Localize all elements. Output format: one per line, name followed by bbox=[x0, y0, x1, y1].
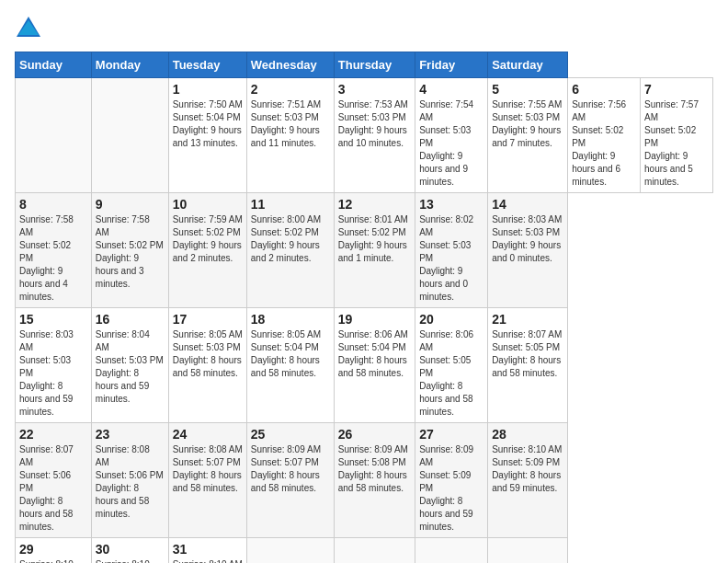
day-number: 15 bbox=[19, 312, 87, 327]
day-info: Sunrise: 8:08 AMSunset: 5:07 PMDaylight:… bbox=[173, 444, 243, 493]
day-info: Sunrise: 7:50 AMSunset: 5:04 PMDaylight:… bbox=[173, 99, 243, 148]
weekday-header-monday: Monday bbox=[91, 52, 168, 78]
page-header bbox=[15, 15, 713, 42]
calendar-cell: 17 Sunrise: 8:05 AMSunset: 5:03 PMDaylig… bbox=[168, 308, 246, 423]
calendar-cell: 29 Sunrise: 8:10 AMSunset: 5:10 PMDaylig… bbox=[16, 538, 92, 564]
day-number: 22 bbox=[19, 427, 87, 442]
calendar-cell: 20 Sunrise: 8:06 AMSunset: 5:05 PMDaylig… bbox=[415, 308, 488, 423]
calendar-cell: 23 Sunrise: 8:08 AMSunset: 5:06 PMDaylig… bbox=[91, 423, 168, 538]
calendar-cell: 21 Sunrise: 8:07 AMSunset: 5:05 PMDaylig… bbox=[488, 308, 568, 423]
calendar-cell: 13 Sunrise: 8:02 AMSunset: 5:03 PMDaylig… bbox=[415, 193, 488, 308]
weekday-header-wednesday: Wednesday bbox=[246, 52, 334, 78]
day-info: Sunrise: 8:10 AMSunset: 5:10 PMDaylight:… bbox=[19, 559, 74, 563]
weekday-header-friday: Friday bbox=[415, 52, 488, 78]
day-number: 5 bbox=[492, 82, 563, 97]
calendar-cell: 5 Sunrise: 7:55 AMSunset: 5:03 PMDayligh… bbox=[488, 78, 568, 193]
calendar-cell: 2 Sunrise: 7:51 AMSunset: 5:03 PMDayligh… bbox=[246, 78, 334, 193]
day-info: Sunrise: 8:03 AMSunset: 5:03 PMDaylight:… bbox=[19, 329, 74, 417]
calendar-cell: 22 Sunrise: 8:07 AMSunset: 5:06 PMDaylig… bbox=[16, 423, 92, 538]
weekday-header-tuesday: Tuesday bbox=[168, 52, 246, 78]
logo-icon bbox=[15, 15, 42, 42]
day-number: 11 bbox=[251, 197, 330, 212]
day-number: 13 bbox=[419, 197, 483, 212]
calendar-cell: 12 Sunrise: 8:01 AMSunset: 5:02 PMDaylig… bbox=[334, 193, 415, 308]
svg-marker-1 bbox=[18, 20, 39, 35]
day-info: Sunrise: 8:04 AMSunset: 5:03 PMDaylight:… bbox=[96, 329, 164, 404]
day-info: Sunrise: 8:05 AMSunset: 5:04 PMDaylight:… bbox=[251, 329, 321, 378]
day-number: 12 bbox=[338, 197, 411, 212]
calendar-cell: 26 Sunrise: 8:09 AMSunset: 5:08 PMDaylig… bbox=[334, 423, 415, 538]
calendar-cell: 31 Sunrise: 8:10 AMSunset: 5:12 PMDaylig… bbox=[168, 538, 246, 564]
day-number: 30 bbox=[96, 542, 165, 557]
day-number: 3 bbox=[338, 82, 411, 97]
calendar-cell: 28 Sunrise: 8:10 AMSunset: 5:09 PMDaylig… bbox=[488, 423, 568, 538]
day-number: 26 bbox=[338, 427, 411, 442]
day-number: 16 bbox=[96, 312, 165, 327]
calendar-cell: 14 Sunrise: 8:03 AMSunset: 5:03 PMDaylig… bbox=[488, 193, 568, 308]
calendar-cell: 10 Sunrise: 7:59 AMSunset: 5:02 PMDaylig… bbox=[168, 193, 246, 308]
day-info: Sunrise: 8:09 AMSunset: 5:08 PMDaylight:… bbox=[338, 444, 408, 493]
day-number: 24 bbox=[173, 427, 243, 442]
logo bbox=[15, 15, 46, 42]
day-info: Sunrise: 8:05 AMSunset: 5:03 PMDaylight:… bbox=[173, 329, 243, 378]
calendar-cell: 27 Sunrise: 8:09 AMSunset: 5:09 PMDaylig… bbox=[415, 423, 488, 538]
day-number: 21 bbox=[492, 312, 563, 327]
day-info: Sunrise: 8:01 AMSunset: 5:02 PMDaylight:… bbox=[338, 214, 408, 263]
day-number: 9 bbox=[96, 197, 165, 212]
day-info: Sunrise: 7:55 AMSunset: 5:03 PMDaylight:… bbox=[492, 99, 562, 148]
calendar-cell: 18 Sunrise: 8:05 AMSunset: 5:04 PMDaylig… bbox=[246, 308, 334, 423]
calendar-cell: 11 Sunrise: 8:00 AMSunset: 5:02 PMDaylig… bbox=[246, 193, 334, 308]
calendar-cell bbox=[91, 78, 168, 193]
day-number: 8 bbox=[19, 197, 87, 212]
day-info: Sunrise: 8:00 AMSunset: 5:02 PMDaylight:… bbox=[251, 214, 321, 263]
day-info: Sunrise: 8:09 AMSunset: 5:09 PMDaylight:… bbox=[419, 444, 473, 532]
day-number: 20 bbox=[419, 312, 483, 327]
calendar-cell bbox=[488, 538, 568, 564]
day-number: 18 bbox=[251, 312, 330, 327]
day-number: 17 bbox=[173, 312, 243, 327]
calendar-table: SundayMondayTuesdayWednesdayThursdayFrid… bbox=[15, 52, 713, 563]
calendar-cell: 30 Sunrise: 8:10 AMSunset: 5:11 PMDaylig… bbox=[91, 538, 168, 564]
day-number: 4 bbox=[419, 82, 483, 97]
weekday-header-sunday: Sunday bbox=[16, 52, 92, 78]
day-number: 28 bbox=[492, 427, 563, 442]
weekday-header-saturday: Saturday bbox=[488, 52, 568, 78]
calendar-cell: 15 Sunrise: 8:03 AMSunset: 5:03 PMDaylig… bbox=[16, 308, 92, 423]
day-info: Sunrise: 8:10 AMSunset: 5:11 PMDaylight:… bbox=[96, 559, 164, 563]
day-number: 2 bbox=[251, 82, 330, 97]
day-info: Sunrise: 7:54 AMSunset: 5:03 PMDaylight:… bbox=[419, 99, 473, 187]
calendar-cell: 24 Sunrise: 8:08 AMSunset: 5:07 PMDaylig… bbox=[168, 423, 246, 538]
calendar-cell: 8 Sunrise: 7:58 AMSunset: 5:02 PMDayligh… bbox=[16, 193, 92, 308]
calendar-cell bbox=[16, 78, 92, 193]
calendar-cell bbox=[415, 538, 488, 564]
day-info: Sunrise: 8:06 AMSunset: 5:04 PMDaylight:… bbox=[338, 329, 408, 378]
day-number: 7 bbox=[644, 82, 709, 97]
day-info: Sunrise: 7:57 AMSunset: 5:02 PMDaylight:… bbox=[644, 99, 699, 187]
calendar-cell: 9 Sunrise: 7:58 AMSunset: 5:02 PMDayligh… bbox=[91, 193, 168, 308]
calendar-cell bbox=[246, 538, 334, 564]
day-info: Sunrise: 8:07 AMSunset: 5:06 PMDaylight:… bbox=[19, 444, 74, 532]
day-info: Sunrise: 7:51 AMSunset: 5:03 PMDaylight:… bbox=[251, 99, 321, 148]
day-info: Sunrise: 8:08 AMSunset: 5:06 PMDaylight:… bbox=[96, 444, 164, 519]
day-info: Sunrise: 7:59 AMSunset: 5:02 PMDaylight:… bbox=[173, 214, 243, 263]
day-info: Sunrise: 8:09 AMSunset: 5:07 PMDaylight:… bbox=[251, 444, 321, 493]
day-info: Sunrise: 8:07 AMSunset: 5:05 PMDaylight:… bbox=[492, 329, 562, 378]
calendar-cell: 16 Sunrise: 8:04 AMSunset: 5:03 PMDaylig… bbox=[91, 308, 168, 423]
day-number: 23 bbox=[96, 427, 165, 442]
day-info: Sunrise: 8:02 AMSunset: 5:03 PMDaylight:… bbox=[419, 214, 473, 302]
day-info: Sunrise: 7:58 AMSunset: 5:02 PMDaylight:… bbox=[19, 214, 74, 302]
day-number: 27 bbox=[419, 427, 483, 442]
calendar-cell: 7 Sunrise: 7:57 AMSunset: 5:02 PMDayligh… bbox=[641, 78, 713, 193]
day-number: 6 bbox=[572, 82, 636, 97]
day-info: Sunrise: 7:53 AMSunset: 5:03 PMDaylight:… bbox=[338, 99, 408, 148]
calendar-cell: 19 Sunrise: 8:06 AMSunset: 5:04 PMDaylig… bbox=[334, 308, 415, 423]
calendar-cell: 3 Sunrise: 7:53 AMSunset: 5:03 PMDayligh… bbox=[334, 78, 415, 193]
day-info: Sunrise: 7:58 AMSunset: 5:02 PMDaylight:… bbox=[96, 214, 164, 289]
day-number: 19 bbox=[338, 312, 411, 327]
day-number: 31 bbox=[173, 542, 243, 557]
calendar-cell bbox=[334, 538, 415, 564]
day-info: Sunrise: 8:10 AMSunset: 5:09 PMDaylight:… bbox=[492, 444, 562, 493]
day-number: 1 bbox=[173, 82, 243, 97]
calendar-cell: 25 Sunrise: 8:09 AMSunset: 5:07 PMDaylig… bbox=[246, 423, 334, 538]
day-number: 14 bbox=[492, 197, 563, 212]
